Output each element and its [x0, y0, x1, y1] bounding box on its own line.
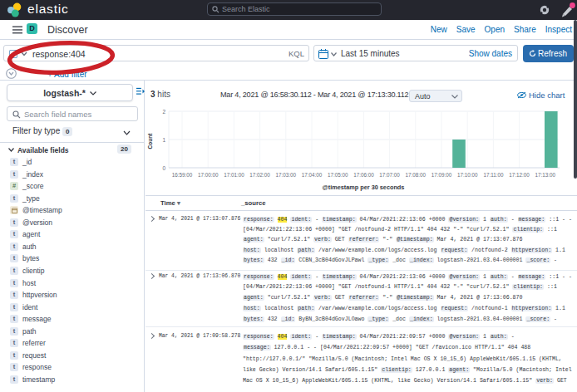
svg-text:17:10:00: 17:10:00 [457, 172, 478, 178]
svg-text:17:03:00: 17:03:00 [276, 172, 297, 178]
svg-text:17:05:00: 17:05:00 [328, 172, 348, 178]
svg-text:Count: Count [147, 133, 153, 149]
svg-text:1: 1 [162, 137, 165, 143]
svg-text:17:01:00: 17:01:00 [224, 172, 244, 178]
svg-text:17:09:00: 17:09:00 [432, 172, 452, 178]
svg-text:16:59:00: 16:59:00 [172, 172, 193, 178]
svg-text:@timestamp per 30 seconds: @timestamp per 30 seconds [323, 184, 405, 191]
svg-text:17:12:00: 17:12:00 [509, 172, 530, 178]
svg-text:17:08:00: 17:08:00 [406, 172, 427, 178]
svg-text:17:13:00: 17:13:00 [535, 172, 556, 178]
svg-text:0: 0 [162, 165, 165, 171]
svg-text:17:07:00: 17:07:00 [379, 172, 400, 178]
svg-text:17:02:00: 17:02:00 [249, 172, 270, 178]
svg-text:2: 2 [162, 109, 165, 115]
svg-text:17:11:00: 17:11:00 [483, 172, 504, 178]
svg-text:17:04:00: 17:04:00 [302, 172, 323, 178]
svg-text:17:00:00: 17:00:00 [198, 172, 219, 178]
svg-text:17:06:00: 17:06:00 [353, 172, 374, 178]
